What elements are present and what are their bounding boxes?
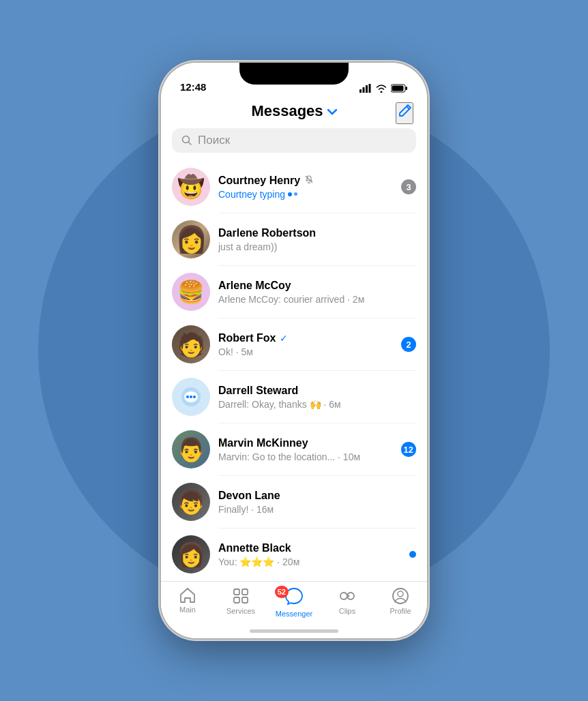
avatar: 🤠 bbox=[172, 168, 210, 206]
svg-rect-15 bbox=[242, 589, 248, 595]
contact-name: Courtney Henry bbox=[218, 175, 300, 187]
chevron-down-icon[interactable] bbox=[327, 104, 337, 119]
message-preview: Finally! · 16м bbox=[218, 504, 416, 515]
message-header: Marvin McKinney bbox=[218, 437, 393, 449]
search-icon bbox=[181, 135, 192, 146]
typing-dots bbox=[288, 192, 297, 196]
message-content: Devon Lane Finally! · 16м bbox=[218, 490, 416, 515]
message-preview: Courtney typing bbox=[218, 189, 393, 200]
grid-icon bbox=[232, 587, 250, 605]
typing-dot-1 bbox=[288, 192, 292, 196]
message-preview: just a dream)) bbox=[218, 241, 416, 252]
message-content: Courtney Henry Courtney typing bbox=[218, 175, 393, 200]
unread-dot bbox=[409, 551, 416, 558]
message-content: Annette Black You: ⭐⭐⭐ · 20м bbox=[218, 542, 401, 567]
muted-icon bbox=[304, 175, 314, 186]
nav-item-clips[interactable]: Clips bbox=[321, 587, 374, 615]
home-icon bbox=[179, 587, 196, 603]
header-title: Messages bbox=[251, 102, 336, 120]
contact-name: Darlene Robertson bbox=[218, 227, 316, 239]
nav-item-messenger[interactable]: 52 Messenger bbox=[267, 587, 321, 618]
message-content: Marvin McKinney Marvin: Go to the locati… bbox=[218, 437, 393, 462]
contact-name: Devon Lane bbox=[218, 490, 280, 502]
search-bar[interactable]: Поиск bbox=[172, 128, 416, 153]
message-meta: 12 bbox=[401, 442, 416, 457]
signal-icon bbox=[359, 84, 372, 93]
message-header: Courtney Henry bbox=[218, 175, 393, 187]
message-header: Annette Black bbox=[218, 542, 401, 554]
messages-list: 🤠 Courtney Henry bbox=[161, 161, 427, 581]
nav-label-services: Services bbox=[226, 607, 255, 615]
svg-rect-3 bbox=[369, 84, 371, 93]
battery-icon bbox=[391, 84, 408, 93]
profile-icon bbox=[392, 587, 409, 605]
unread-badge: 2 bbox=[401, 337, 416, 352]
messenger-badge: 52 bbox=[275, 586, 289, 598]
nav-label-clips: Clips bbox=[339, 607, 355, 615]
avatar bbox=[172, 325, 210, 363]
contact-name: Robert Fox bbox=[218, 332, 276, 344]
search-placeholder-text: Поиск bbox=[198, 134, 230, 147]
message-meta bbox=[409, 551, 416, 558]
screen: 12:48 bbox=[161, 63, 427, 638]
svg-rect-2 bbox=[366, 85, 368, 93]
message-content: Arlene McCoy Arlene McCoy: courier arriv… bbox=[218, 280, 416, 305]
svg-rect-6 bbox=[392, 86, 404, 91]
search-container: Поиск bbox=[161, 128, 427, 161]
svg-rect-5 bbox=[406, 87, 408, 90]
svg-rect-17 bbox=[242, 597, 248, 603]
nav-item-services[interactable]: Services bbox=[214, 587, 267, 615]
svg-point-19 bbox=[347, 593, 354, 599]
message-meta: 2 bbox=[401, 337, 416, 352]
message-header: Arlene McCoy bbox=[218, 280, 416, 292]
svg-rect-0 bbox=[359, 89, 362, 93]
message-header: Robert Fox ✓ bbox=[218, 332, 393, 344]
list-item[interactable]: Annette Black You: ⭐⭐⭐ · 20м bbox=[161, 528, 427, 580]
phone-wrapper: 12:48 bbox=[161, 63, 427, 638]
header: Messages bbox=[161, 97, 427, 128]
contact-name: Marvin McKinney bbox=[218, 437, 308, 449]
contact-name: Annette Black bbox=[218, 542, 291, 554]
nav-label-main: Main bbox=[179, 606, 196, 614]
svg-rect-14 bbox=[234, 589, 239, 595]
list-item[interactable]: Marvin McKinney Marvin: Go to the locati… bbox=[161, 423, 427, 475]
message-content: Darlene Robertson just a dream)) bbox=[218, 227, 416, 252]
message-preview: Darrell: Okay, thanks 🙌 · 6м bbox=[218, 399, 416, 410]
list-item[interactable]: 🍔 Arlene McCoy Arlene McCoy: courier arr… bbox=[161, 266, 427, 318]
typing-dot-2 bbox=[294, 192, 297, 196]
status-time: 12:48 bbox=[180, 81, 206, 93]
clips-icon bbox=[338, 587, 357, 605]
verified-icon: ✓ bbox=[280, 333, 288, 344]
nav-item-main[interactable]: Main bbox=[161, 587, 214, 614]
contact-name: Arlene McCoy bbox=[218, 280, 291, 292]
notch bbox=[239, 63, 349, 85]
list-item[interactable]: Devon Lane Finally! · 16м bbox=[161, 476, 427, 528]
wifi-icon bbox=[376, 84, 387, 93]
avatar bbox=[172, 220, 210, 258]
header-messages-label: Messages bbox=[251, 102, 323, 120]
phone-frame: 12:48 bbox=[161, 63, 427, 638]
avatar bbox=[172, 430, 210, 468]
message-preview: Arlene McCoy: courier arrived · 2м bbox=[218, 294, 416, 305]
list-item[interactable]: Robert Fox ✓ Ok! · 5м 2 bbox=[161, 318, 427, 370]
list-item[interactable]: 🤠 Courtney Henry bbox=[161, 161, 427, 213]
nav-label-messenger: Messenger bbox=[276, 610, 312, 618]
svg-point-21 bbox=[398, 591, 403, 597]
svg-point-12 bbox=[190, 396, 192, 398]
message-preview: Marvin: Go to the location... · 10м bbox=[218, 451, 393, 462]
nav-label-profile: Profile bbox=[389, 607, 411, 615]
avatar bbox=[172, 378, 210, 416]
message-content: Robert Fox ✓ Ok! · 5м bbox=[218, 332, 393, 357]
list-item[interactable]: Darlene Robertson just a dream)) bbox=[161, 213, 427, 265]
home-indicator bbox=[250, 629, 338, 633]
compose-button[interactable] bbox=[396, 102, 413, 124]
svg-rect-1 bbox=[363, 87, 365, 93]
message-content: Darrell Steward Darrell: Okay, thanks 🙌 … bbox=[218, 385, 416, 410]
message-header: Devon Lane bbox=[218, 490, 416, 502]
list-item[interactable]: Darrell Steward Darrell: Okay, thanks 🙌 … bbox=[161, 371, 427, 423]
unread-badge: 3 bbox=[401, 179, 416, 194]
message-preview: Ok! · 5м bbox=[218, 346, 393, 357]
unread-badge: 12 bbox=[401, 442, 416, 457]
svg-point-13 bbox=[193, 396, 196, 398]
nav-item-profile[interactable]: Profile bbox=[374, 587, 427, 615]
